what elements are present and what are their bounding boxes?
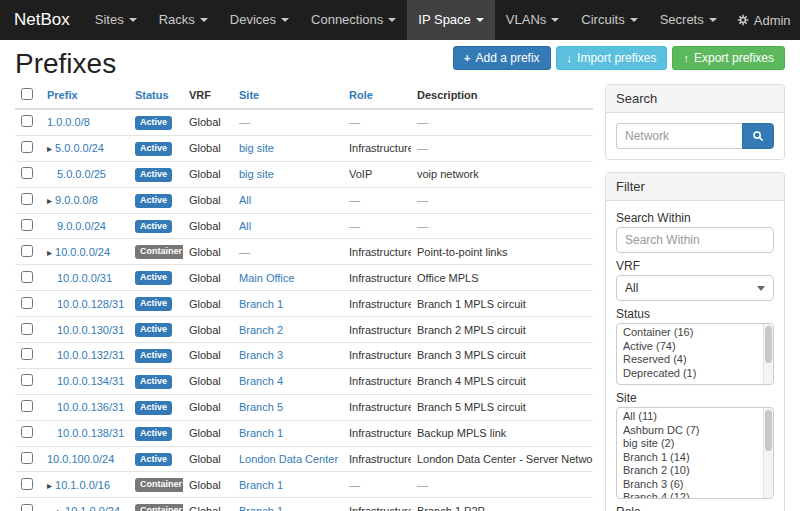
prefix-link[interactable]: 9.0.0.0/24 — [57, 220, 106, 232]
row-checkbox[interactable] — [21, 219, 33, 231]
add-prefix-button[interactable]: +Add a prefix — [453, 46, 550, 70]
row-checkbox[interactable] — [21, 245, 33, 257]
vrf-value: Global — [189, 453, 221, 465]
prefix-link[interactable]: 10.0.0.128/31 — [57, 298, 124, 310]
row-checkbox[interactable] — [21, 323, 33, 335]
site-link[interactable]: Branch 1 — [239, 427, 283, 439]
site-option[interactable]: Branch 2 (10) — [617, 464, 761, 478]
column-header-status[interactable]: Status — [135, 89, 169, 101]
scrollbar-thumb[interactable] — [765, 410, 772, 451]
site-option[interactable]: Branch 4 (12) — [617, 491, 761, 499]
status-option[interactable]: Deprecated (1) — [617, 367, 761, 381]
site-option[interactable]: big site (2) — [617, 437, 761, 451]
vrf-value: Global — [189, 194, 221, 206]
row-checkbox[interactable] — [21, 193, 33, 205]
prefix-link[interactable]: 10.0.100.0/24 — [47, 453, 114, 465]
description-value: Branch 2 MPLS circuit — [417, 324, 526, 336]
row-checkbox[interactable] — [21, 478, 33, 490]
admin-label: Admin — [754, 13, 791, 28]
site-option[interactable]: All (11) — [617, 410, 761, 424]
prefix-row: ▸9.0.0.0/8ActiveGlobalAll—— — [15, 187, 593, 213]
vrf-filter-label: VRF — [616, 259, 774, 273]
site-link[interactable]: Branch 1 — [239, 298, 283, 310]
prefix-link[interactable]: 10.0.0.136/31 — [57, 401, 124, 413]
status-scrollbar[interactable] — [763, 324, 773, 384]
row-checkbox[interactable] — [21, 115, 33, 127]
select-all-checkbox[interactable] — [21, 88, 33, 100]
row-checkbox[interactable] — [21, 167, 33, 179]
status-option[interactable]: Container (16) — [617, 326, 761, 340]
prefix-link[interactable]: 10.0.0.138/31 — [57, 427, 124, 439]
vrf-value: Global — [189, 246, 221, 258]
row-checkbox[interactable] — [21, 271, 33, 283]
row-checkbox[interactable] — [21, 504, 33, 511]
site-option[interactable]: Ashburn DC (7) — [617, 424, 761, 438]
site-scrollbar[interactable] — [763, 408, 773, 498]
site-link[interactable]: big site — [239, 168, 274, 180]
vrf-value: Global — [189, 116, 221, 128]
site-filter-label: Site — [616, 391, 774, 405]
site-link[interactable]: Branch 5 — [239, 401, 283, 413]
site-option[interactable]: Branch 1 (14) — [617, 451, 761, 465]
export-prefixes-button[interactable]: ↑Export prefixes — [672, 46, 785, 70]
site-link[interactable]: All — [239, 220, 251, 232]
prefix-link[interactable]: 10.1.0.0/24 — [65, 505, 120, 511]
vrf-select[interactable]: All — [616, 275, 774, 301]
filter-panel: Filter Search Within VRF All Status Cont… — [605, 172, 785, 511]
site-link[interactable]: — — [239, 116, 250, 128]
site-link[interactable]: Branch 1 — [239, 479, 283, 491]
prefix-link[interactable]: 5.0.0.0/24 — [55, 142, 104, 154]
column-header-prefix[interactable]: Prefix — [47, 89, 78, 101]
search-input[interactable] — [616, 123, 742, 149]
site-link[interactable]: — — [239, 246, 250, 258]
prefix-link[interactable]: 10.0.0.0/24 — [55, 246, 110, 258]
nav-menu-item[interactable]: Racks — [148, 0, 219, 40]
search-within-input[interactable] — [616, 227, 774, 253]
row-checkbox[interactable] — [21, 297, 33, 309]
site-link[interactable]: All — [239, 194, 251, 206]
search-button[interactable] — [742, 123, 774, 149]
role-value: VoIP — [349, 168, 372, 180]
row-checkbox[interactable] — [21, 374, 33, 386]
prefix-link[interactable]: 5.0.0.0/25 — [57, 168, 106, 180]
column-header-role[interactable]: Role — [349, 89, 373, 101]
row-checkbox[interactable] — [21, 426, 33, 438]
site-link[interactable]: Branch 4 — [239, 375, 283, 387]
site-option[interactable]: Branch 3 (6) — [617, 478, 761, 492]
nav-menu-item[interactable]: Devices — [219, 0, 300, 40]
prefix-link[interactable]: 1.0.0.0/8 — [47, 116, 90, 128]
expand-caret-icon: ▸ — [47, 195, 52, 206]
prefix-link[interactable]: 10.1.0.0/16 — [55, 479, 110, 491]
prefix-link[interactable]: 10.0.0.0/31 — [57, 272, 112, 284]
prefix-link[interactable]: 9.0.0.0/8 — [55, 194, 98, 206]
nav-menu-item[interactable]: Connections — [300, 0, 407, 40]
site-link[interactable]: Main Office — [239, 272, 294, 284]
site-link[interactable]: Branch 3 — [239, 349, 283, 361]
nav-menu-item[interactable]: Circuits — [570, 0, 648, 40]
page-actions: +Add a prefix ↓Import prefixes ↑Export p… — [453, 46, 785, 70]
scrollbar-thumb[interactable] — [765, 326, 772, 363]
nav-menu-item[interactable]: VLANs — [495, 0, 570, 40]
row-checkbox[interactable] — [21, 141, 33, 153]
row-checkbox[interactable] — [21, 400, 33, 412]
site-link[interactable]: big site — [239, 142, 274, 154]
nav-menu-item[interactable]: IP Space — [407, 0, 495, 40]
site-link[interactable]: Branch 1 — [239, 505, 283, 511]
prefix-link[interactable]: 10.0.0.130/31 — [57, 324, 124, 336]
nav-menu-item[interactable]: Sites — [84, 0, 148, 40]
site-link[interactable]: Branch 2 — [239, 324, 283, 336]
import-prefixes-button[interactable]: ↓Import prefixes — [556, 46, 668, 70]
site-filter-listbox[interactable]: All (11)Ashburn DC (7)big site (2)Branch… — [616, 407, 774, 499]
column-header-site[interactable]: Site — [239, 89, 259, 101]
app-brand[interactable]: NetBox — [0, 0, 84, 40]
status-option[interactable]: Active (74) — [617, 340, 761, 354]
admin-link[interactable]: Admin — [728, 0, 800, 40]
prefix-link[interactable]: 10.0.0.132/31 — [57, 349, 124, 361]
prefix-link[interactable]: 10.0.0.134/31 — [57, 375, 124, 387]
status-filter-listbox[interactable]: Container (16)Active (74)Reserved (4)Dep… — [616, 323, 774, 385]
status-option[interactable]: Reserved (4) — [617, 353, 761, 367]
nav-menu-item[interactable]: Secrets — [649, 0, 728, 40]
row-checkbox[interactable] — [21, 452, 33, 464]
row-checkbox[interactable] — [21, 348, 33, 360]
site-link[interactable]: London Data Center — [239, 453, 338, 465]
